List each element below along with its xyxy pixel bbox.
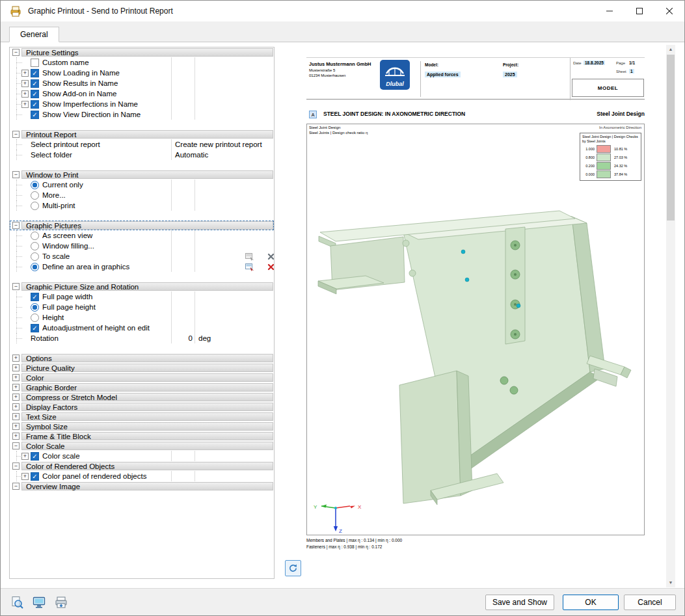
tree-gap (10, 211, 274, 221)
checkbox-show-loading-in-name[interactable]: ✓ (31, 69, 39, 77)
ok-button[interactable]: OK (563, 595, 619, 610)
checkbox-show-view-direction-in-name[interactable]: ✓ (31, 111, 39, 119)
collapse-icon[interactable]: − (12, 131, 20, 138)
expand-icon[interactable]: + (12, 433, 20, 440)
section-header-label[interactable]: Graphic Picture Size and Rotation (21, 282, 273, 291)
checkbox-show-results-in-name[interactable]: ✓ (31, 79, 39, 88)
select-area-icon[interactable] (245, 252, 254, 261)
select-area-icon[interactable] (245, 263, 254, 271)
print-preview: Justus Mustermann GmbH Musterstraße 5 01… (277, 43, 665, 589)
item-label: Multi-print (42, 202, 171, 209)
refresh-preview-button[interactable] (285, 560, 301, 576)
maximize-button[interactable] (625, 1, 654, 21)
collapse-icon[interactable]: − (12, 171, 20, 178)
section-header-label[interactable]: Overview Image (21, 482, 273, 490)
collapse-icon[interactable]: − (12, 483, 20, 490)
tree-gap (10, 120, 274, 129)
collapse-icon[interactable]: − (12, 462, 20, 470)
radio-as-screen-view[interactable] (31, 232, 39, 240)
expand-icon[interactable]: + (12, 364, 20, 371)
section-header-label[interactable]: Frame & Title Block (21, 432, 273, 440)
expand-icon[interactable]: + (21, 473, 29, 480)
graphic-subtitle-right: In Axonometric Direction (599, 126, 641, 129)
project-block: Project: 2025 (503, 62, 568, 79)
save-and-show-button[interactable]: Save and Show (485, 595, 554, 610)
section-header-label[interactable]: Printout Report (21, 130, 273, 139)
radio-to-scale[interactable] (31, 252, 39, 261)
clear-selection-icon[interactable] (267, 253, 275, 260)
expand-icon[interactable]: + (12, 413, 20, 420)
expand-icon[interactable]: + (21, 90, 29, 98)
radio-multi-print[interactable] (31, 202, 39, 210)
radio-full-page-height[interactable] (31, 303, 39, 312)
section-header-label[interactable]: Picture Quality (21, 364, 273, 372)
expand-icon[interactable]: + (21, 80, 29, 87)
expand-icon[interactable]: + (12, 394, 20, 401)
steel-joint-model (315, 144, 640, 509)
expand-icon[interactable]: + (12, 384, 20, 391)
company-address-line2: 01234 Musterhausen (309, 74, 345, 77)
checkbox-show-add-on-in-name[interactable]: ✓ (31, 90, 39, 98)
scrollbar-thumb[interactable] (667, 55, 675, 221)
expand-icon[interactable]: + (12, 403, 20, 410)
tree-indent (10, 78, 21, 88)
display-options-icon[interactable] (31, 594, 47, 611)
expand-icon[interactable]: + (21, 101, 29, 108)
checkbox-autoadjustment-of-height-on-edit[interactable]: ✓ (31, 324, 39, 332)
collapse-icon[interactable]: − (12, 442, 20, 449)
collapse-icon[interactable]: − (12, 49, 20, 56)
scroll-up-icon[interactable]: ▲ (666, 45, 675, 54)
value-cell (171, 230, 195, 241)
checkbox-color-scale[interactable]: ✓ (31, 452, 39, 461)
section-header-label[interactable]: Graphic Pictures (21, 221, 273, 230)
expand-icon[interactable]: + (12, 355, 20, 362)
scroll-down-icon[interactable]: ▼ (666, 578, 675, 587)
header-meta: Model: Applied forces Project: 2025 (420, 61, 569, 97)
section-header-label[interactable]: Graphic Border (21, 383, 273, 392)
expand-icon[interactable]: + (12, 374, 20, 381)
clear-selection-icon[interactable] (267, 263, 275, 271)
section-header-label[interactable]: Text Size (21, 412, 273, 421)
section-header-label[interactable]: Compress or Stretch Model (21, 393, 273, 401)
radio-more[interactable] (31, 191, 39, 200)
section-header-label[interactable]: Color (21, 373, 273, 382)
radio-define-an-area-in-graphics[interactable] (31, 263, 39, 271)
section-header-label[interactable]: Color of Rendered Objects (21, 462, 273, 470)
close-button[interactable] (654, 1, 684, 21)
minimize-button[interactable] (595, 1, 625, 21)
section-header-label[interactable]: Window to Print (21, 170, 273, 179)
unit-cell (195, 78, 274, 88)
checkbox-show-imperfections-in-name[interactable]: ✓ (31, 100, 39, 109)
cancel-button[interactable]: Cancel (624, 595, 676, 610)
project-value: 2025 (503, 72, 517, 77)
radio-height[interactable] (31, 314, 39, 322)
preview-scrollbar[interactable]: ▲ ▼ (666, 45, 675, 587)
value-select-folder[interactable]: Automatic (171, 150, 274, 160)
checkbox-full-page-width[interactable]: ✓ (31, 293, 39, 301)
radio-current-only[interactable] (31, 181, 39, 189)
row-full-page-height: Full page height (10, 302, 274, 312)
collapse-icon[interactable]: − (12, 283, 20, 290)
value-cell (171, 291, 195, 302)
value-select-printout-report[interactable]: Create new printout report (171, 139, 274, 150)
section-header-label[interactable]: Symbol Size (21, 422, 273, 431)
item-label: Full page width (42, 293, 171, 301)
section-header-label[interactable]: Options (21, 354, 273, 362)
checkbox-custom-name[interactable] (31, 59, 39, 67)
expand-icon[interactable]: + (21, 453, 29, 460)
section-header-label[interactable]: Picture Settings (21, 48, 273, 57)
tab-general[interactable]: General (9, 27, 59, 42)
section-header-label[interactable]: Display Factors (21, 403, 273, 411)
checkbox-color-panel-of-rendered-objects[interactable]: ✓ (31, 472, 39, 481)
collapse-icon[interactable]: − (12, 222, 20, 229)
radio-window-filling[interactable] (31, 242, 39, 250)
unit-cell: deg (195, 333, 274, 343)
item-label: Autoadjustment of height on edit (42, 324, 171, 332)
section-printout-report: −Printout Report (10, 129, 274, 139)
print-preview-icon[interactable] (8, 594, 25, 611)
save-printer-icon[interactable] (53, 594, 70, 611)
expand-icon[interactable]: + (21, 70, 29, 77)
section-header-label[interactable]: Color Scale (21, 442, 273, 450)
value-cell[interactable]: 0 (171, 333, 195, 343)
expand-icon[interactable]: + (12, 423, 20, 430)
